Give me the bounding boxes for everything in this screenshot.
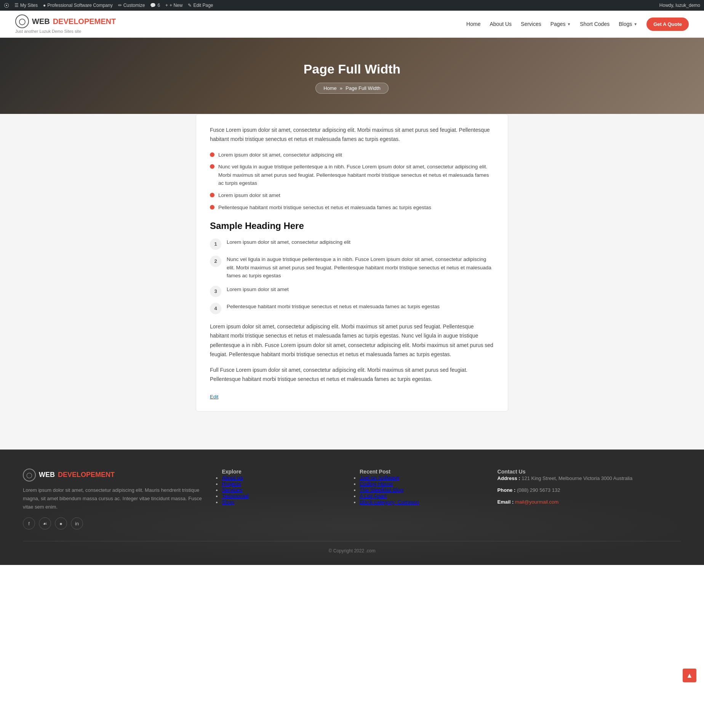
explore-shop-link[interactable]: Shop [222,499,234,505]
breadcrumb-separator: » [340,85,342,91]
breadcrumb-current: Page Full Width [346,85,381,91]
numbered-list: 1 Lorem ipsum dolor sit amet, consectetu… [210,238,494,314]
site-footer: ◯ WEB DEVELOPEMENT Lorem ipsum dolor sit… [0,450,704,565]
edit-page-link[interactable]: ✎ Edit Page [188,3,213,8]
footer-desc: Lorem ipsum dolor sit amet, consectetur … [23,486,206,511]
post-joel-link[interactable]: Joel on Software [360,475,399,481]
contact-email: Email : mail@yourmail.com [498,498,681,506]
post-steelkiwi-link[interactable]: The Steelkiwi Blog [360,487,403,493]
nav-shortcodes[interactable]: Short Codes [580,21,610,27]
list-item: Testimonial [222,493,344,499]
blogs-dropdown-arrow: ▼ [634,22,637,26]
logo[interactable]: ◯ WEB DEVELOPEMENT [15,14,116,28]
list-item: 4 Pellentesque habitant morbi tristique … [210,302,494,314]
bullet-dot-1 [210,152,214,157]
nav-home[interactable]: Home [466,21,480,27]
list-item: Projects [222,481,344,487]
list-item: About us [222,475,344,481]
new-link[interactable]: + + New [165,3,182,8]
list-item: The Steelkiwi Blog [360,487,482,493]
edit-link[interactable]: Edit [210,394,218,400]
instagram-link[interactable]: ● [55,517,67,530]
site-link[interactable]: ● Professional Software Company [43,3,113,8]
pages-dropdown-arrow: ▼ [567,22,571,26]
pinterest-link[interactable]: ☙ [39,517,51,530]
nav-blogs[interactable]: Blogs ▼ [619,21,637,27]
list-item: Lorem ipsum dolor sit amet [210,191,494,200]
customize-link[interactable]: ✏ Customize [118,3,145,8]
body-text-2: Full Fusce Lorem ipsum dolor sit amet, c… [210,365,494,384]
breadcrumb-home-link[interactable]: Home [323,85,337,91]
bullet-dot-4 [210,205,214,210]
footer-contact-col: Contact Us Address : 121 King Street, Me… [498,469,681,530]
admin-user: Howdy, luzuk_demo [659,3,700,8]
facebook-icon: f [28,521,30,526]
site-icon: ● [43,3,46,8]
list-item: Shop [222,499,344,505]
contact-heading: Contact Us [498,469,681,475]
post-block-link[interactable]: Block category: Common [360,499,419,505]
bullet-list: Lorem ipsum dolor sit amet, consectetur … [210,151,494,212]
explore-heading: Explore [222,469,344,475]
list-item: Nunc vel ligula in augue tristique pelle… [210,163,494,187]
num-badge-2: 2 [210,256,221,267]
get-quote-button[interactable]: Get A Quote [646,18,689,31]
contact-address: Address : 121 King Street, Melbourne Vic… [498,475,681,483]
post-coding-link[interactable]: Coding Horror [360,481,393,487]
body-text-1: Lorem ipsum dolor sit amet, consectetur … [210,322,494,359]
bullet-dot-2 [210,164,214,169]
my-sites-icon: ☰ [14,3,19,8]
section-heading: Sample Heading Here [210,221,494,231]
customize-icon: ✏ [118,3,122,8]
content-card: Fusce Lorem ipsum dolor sit amet, consec… [196,114,508,411]
num-badge-1: 1 [210,238,221,250]
admin-bar: ☉ ☰ My Sites ● Professional Software Com… [0,0,704,11]
comments-icon: 💬 [150,3,156,8]
footer-brand-col: ◯ WEB DEVELOPEMENT Lorem ipsum dolor sit… [23,469,206,530]
email-link[interactable]: mail@yourmail.com [515,499,558,505]
globe-icon: ◯ [15,14,29,28]
pinterest-icon: ☙ [43,521,47,526]
recent-posts-heading: Recent Post [360,469,482,475]
list-item: Lorem ipsum dolor sit amet, consectetur … [210,151,494,159]
list-item: 2 Nunc vel ligula in augue tristique pel… [210,255,494,280]
explore-about-link[interactable]: About us [222,475,243,481]
footer-grid: ◯ WEB DEVELOPEMENT Lorem ipsum dolor sit… [23,469,681,530]
page-title: Page Full Width [304,62,401,77]
nav-services[interactable]: Services [521,21,541,27]
main-nav: Home About Us Services Pages ▼ Short Cod… [466,18,689,31]
list-item: A List Apart [360,493,482,499]
linkedin-link[interactable]: in [71,517,83,530]
post-alist-link[interactable]: A List Apart [360,493,387,499]
footer-logo: ◯ WEB DEVELOPEMENT [23,469,206,482]
wordpress-icon[interactable]: ☉ [4,2,9,9]
my-sites-link[interactable]: ☰ My Sites [14,3,38,8]
num-badge-4: 4 [210,303,221,314]
footer-globe-icon: ◯ [23,469,36,482]
hero-content: Page Full Width Home » Page Full Width [304,62,401,94]
list-item: 1 Lorem ipsum dolor sit amet, consectetu… [210,238,494,250]
list-item: Pellentesque habitant morbi tristique se… [210,203,494,212]
list-item: Joel on Software [360,475,482,481]
edit-icon: ✎ [188,3,192,8]
hero-section: Page Full Width Home » Page Full Width [0,38,704,114]
list-item: Coding Horror [360,481,482,487]
footer-explore-col: Explore About us Projects Services Testi… [222,469,344,530]
comments-link[interactable]: 💬 6 [150,3,160,8]
list-item: 3 Lorem ipsum dolor sit amet [210,285,494,297]
intro-text: Fusce Lorem ipsum dolor sit amet, consec… [210,126,494,144]
breadcrumb: Home » Page Full Width [315,83,389,94]
contact-phone: Phone : (088) 290 5673 132 [498,486,681,494]
nav-about[interactable]: About Us [490,21,512,27]
footer-bottom: © Copyright 2022 .com [23,541,681,554]
num-badge-3: 3 [210,286,221,297]
facebook-link[interactable]: f [23,517,35,530]
bullet-dot-3 [210,193,214,197]
tagline: Just another Luzuk Demo Sites site [15,29,116,34]
nav-pages[interactable]: Pages ▼ [550,21,571,27]
explore-services-link[interactable]: Services [222,487,242,493]
new-icon: + [165,3,168,8]
main-content: Fusce Lorem ipsum dolor sit amet, consec… [188,114,516,434]
explore-projects-link[interactable]: Projects [222,481,241,487]
explore-testimonial-link[interactable]: Testimonial [222,493,248,499]
